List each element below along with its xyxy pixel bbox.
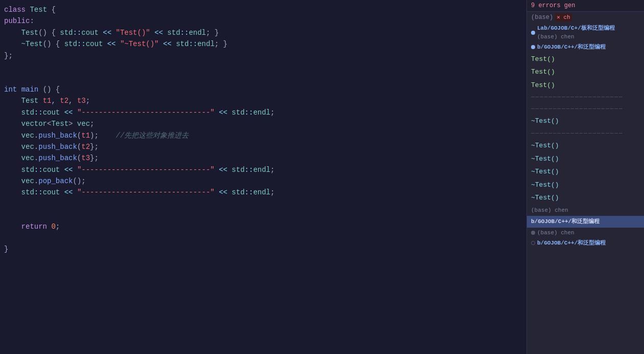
var-token: t1 [43, 95, 52, 106]
sidebar-divider: ───────────────────── [527, 128, 644, 140]
plain-token [215, 164, 219, 175]
op-token: << [64, 187, 73, 198]
var-token: t1 [81, 130, 90, 141]
sidebar-dot-gray: (base) chen [527, 228, 644, 238]
code-line: Test() { std::cout << "Test()" << std::e… [0, 27, 526, 38]
plain-token [47, 221, 51, 232]
op-token: << [219, 164, 227, 175]
identifier-token: vec [21, 152, 34, 164]
plain-token: (); [73, 175, 85, 187]
plain-token [73, 107, 77, 118]
var-token: t2 [81, 141, 90, 152]
op-token: << [219, 107, 227, 118]
code-editor[interactable]: class Test {public: Test() { std::cout <… [0, 0, 526, 354]
namespace-token: endl [253, 187, 270, 198]
method-token: push_back [38, 130, 77, 141]
sidebar-output: Test() [527, 65, 644, 79]
namespace-token: cout [86, 38, 103, 50]
plain-token [227, 187, 232, 198]
plain-token: ; } [215, 38, 227, 50]
identifier-token: Test [51, 118, 68, 129]
plain-token: . [34, 152, 38, 164]
plain-token [26, 4, 30, 15]
plain-token [150, 27, 154, 38]
namespace-token: std [21, 164, 34, 175]
tilde-token: ~ [21, 38, 26, 50]
plain-token: , [68, 95, 77, 106]
op-token: :: [34, 164, 43, 175]
op-token: << [154, 27, 163, 38]
plain-token: }; [90, 152, 99, 164]
plain-token: } [4, 244, 8, 255]
plain-token [60, 187, 64, 198]
code-line: }; [0, 50, 526, 61]
var-token: t2 [60, 95, 68, 106]
code-line: std::cout << "--------------------------… [0, 107, 526, 118]
op-token: :: [245, 187, 254, 198]
identifier-token: Test [21, 27, 39, 38]
sidebar-output: Test() [527, 53, 644, 66]
plain-token: ( [77, 141, 81, 152]
plain-token: }; [4, 50, 13, 61]
code-line: vector<Test> vec; [0, 118, 526, 129]
method-token: pop_back [38, 175, 73, 187]
plain-token [172, 38, 176, 50]
namespace-token: std [21, 187, 34, 198]
plain-token: ; } [206, 27, 219, 38]
namespace-token: endl [253, 107, 270, 118]
kw-type-token: int [4, 84, 17, 95]
plain-token [99, 27, 103, 38]
identifier-token: Test [26, 38, 43, 50]
op-token: :: [34, 187, 43, 198]
plain-token [38, 95, 42, 106]
plain-token [111, 27, 116, 38]
code-line-blank [0, 232, 526, 244]
method-token: push_back [38, 152, 77, 164]
plain-token: , [51, 95, 60, 106]
plain-token [215, 187, 219, 198]
plain-token: ; [270, 164, 274, 175]
identifier-token: Test [30, 4, 47, 15]
identifier-token: vec [21, 141, 34, 152]
plain-token [17, 84, 21, 95]
identifier-token: vec [77, 118, 90, 129]
plain-token: ( [77, 152, 81, 164]
code-line: vec.pop_back(); [0, 175, 526, 187]
kw-return-token: return [21, 221, 47, 232]
plain-token: ( [77, 130, 81, 141]
namespace-token: endl [253, 164, 270, 175]
string-token: "------------------------------" [77, 187, 215, 198]
var-token: t3 [81, 152, 90, 164]
plain-token [60, 107, 64, 118]
code-line: ~Test() { std::cout << "~Test()" << std:… [0, 38, 526, 50]
plain-token: . [34, 141, 38, 152]
namespace-token: cout [81, 27, 99, 38]
op-token: :: [180, 27, 189, 38]
plain-token: () { [38, 84, 60, 95]
op-token: << [163, 38, 172, 50]
sidebar-base-error: (base)✕ ch [527, 12, 644, 23]
sidebar-selected[interactable]: b/GOJOB/C++/和泛型编程 [527, 216, 644, 228]
identifier-token: vec [21, 130, 34, 141]
code-line: } [0, 244, 526, 255]
plain-token: }; [90, 141, 99, 152]
sidebar-dot-highlight: Lab/GOJOB/C+/板和泛型编程(base) chen [527, 23, 644, 42]
sidebar-dot-highlight2: b/GOJOB/C++/和泛型编程 [527, 42, 644, 53]
namespace-token: std [64, 38, 77, 50]
string-token: "~Test()" [120, 38, 159, 50]
kw-class-token: class [4, 4, 26, 15]
plain-token [60, 164, 64, 175]
identifier-token: vector [21, 118, 47, 129]
namespace-token: std [60, 27, 73, 38]
sidebar-destructor: ~Test() [527, 115, 644, 128]
string-token: "Test()" [116, 27, 150, 38]
code-line: int main () { [0, 84, 526, 95]
sidebar-output: Test() [527, 79, 644, 92]
plain-token [215, 107, 219, 118]
op-token: :: [34, 107, 43, 118]
number-token: 0 [51, 221, 55, 232]
plain-token: ; [270, 187, 274, 198]
plain-token: < [47, 118, 51, 129]
code-line: return 0; [0, 221, 526, 232]
op-token: :: [189, 38, 197, 50]
